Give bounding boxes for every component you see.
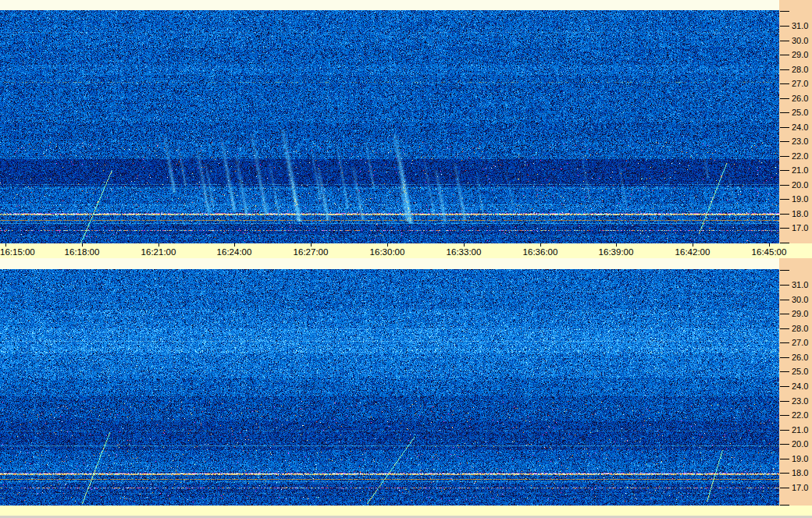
freq-tick-label: 25.0 <box>792 367 812 376</box>
freq-tick <box>780 285 789 286</box>
freq-tick-label: 28.0 <box>792 324 812 333</box>
freq-axis-edge-tick <box>780 270 789 271</box>
freq-tick-label: 26.0 <box>792 353 812 362</box>
bottom-time-axis-strip <box>0 506 812 516</box>
freq-tick <box>780 401 789 402</box>
time-tick-label: 16:45:00 <box>749 247 789 257</box>
freq-tick-label: 22.0 <box>792 410 812 420</box>
freq-tick <box>780 300 789 300</box>
freq-tick-label: 18.0 <box>792 209 812 218</box>
time-tick-label: 16:24:00 <box>214 247 255 257</box>
time-tick <box>387 243 388 247</box>
freq-tick-label: 23.0 <box>792 137 812 146</box>
freq-tick-label: 21.0 <box>792 425 812 435</box>
freq-tick <box>780 55 789 55</box>
freq-tick-label: 17.0 <box>792 223 812 232</box>
time-tick-label: 16:42:00 <box>672 247 713 257</box>
freq-tick <box>780 127 789 128</box>
time-tick <box>158 243 159 247</box>
freq-tick <box>780 170 789 171</box>
freq-tick-label: 18.0 <box>792 468 812 477</box>
freq-tick <box>780 488 789 488</box>
freq-tick-label: 29.0 <box>792 309 812 318</box>
freq-tick-label: 17.0 <box>792 483 812 492</box>
freq-tick <box>780 415 789 416</box>
freq-tick-label: 21.0 <box>792 165 812 175</box>
freq-tick-label: 23.0 <box>792 396 812 406</box>
freq-tick <box>780 26 789 27</box>
time-tick-label: 16:33:00 <box>443 247 484 257</box>
freq-tick-label: 22.0 <box>792 151 812 161</box>
panel2-title-bar: AJ4CO Observatory 03 Sep 2016 - DPS on T… <box>0 258 779 269</box>
time-tick <box>540 243 541 247</box>
time-tick-label: 16:30:00 <box>367 247 408 257</box>
freq-tick <box>780 357 789 358</box>
radio-sky-spectrograph-window: AJ4CO Observatory 03 Sep 2016 - DPS on T… <box>0 0 812 518</box>
freq-tick <box>780 459 789 459</box>
freq-tick <box>780 371 789 372</box>
freq-tick-label: 31.0 <box>792 21 812 30</box>
time-axis: 16:15:0016:18:0016:21:0016:24:0016:27:00… <box>0 243 812 258</box>
time-tick <box>234 243 235 247</box>
freq-tick <box>780 41 789 41</box>
freq-tick-label: 28.0 <box>792 65 812 74</box>
freq-tick-label: 30.0 <box>792 295 812 304</box>
freq-tick-label: 19.0 <box>792 194 812 204</box>
freq-tick-label: 24.0 <box>792 122 812 132</box>
freq-tick-label: 31.0 <box>792 280 812 289</box>
freq-tick <box>780 69 789 70</box>
freq-tick-label: 29.0 <box>792 50 812 59</box>
time-tick <box>464 243 465 247</box>
freq-tick <box>780 328 789 329</box>
time-tick <box>769 243 770 247</box>
time-tick-label: 16:21:00 <box>138 247 179 257</box>
time-tick <box>616 243 617 247</box>
freq-tick <box>780 141 789 142</box>
time-tick-label: 16:27:00 <box>290 247 331 257</box>
freq-tick <box>780 444 789 445</box>
freq-tick <box>780 386 789 387</box>
time-tick <box>82 243 83 247</box>
freq-tick <box>780 199 789 200</box>
freq-tick <box>780 185 789 186</box>
freq-tick-label: 24.0 <box>792 381 812 391</box>
freq-tick <box>780 430 789 431</box>
time-tick <box>5 243 6 247</box>
freq-tick <box>780 214 789 215</box>
freq-axis-rcp: 31.030.029.028.027.026.025.024.023.022.0… <box>779 0 812 243</box>
freq-tick-label: 27.0 <box>792 79 812 88</box>
freq-tick-label: 20.0 <box>792 439 812 449</box>
freq-tick-label: 25.0 <box>792 108 812 117</box>
freq-tick <box>780 473 789 474</box>
panel1-title-bar: AJ4CO Observatory 03 Sep 2016 - DPS on T… <box>0 0 779 10</box>
freq-tick <box>780 83 789 84</box>
time-tick <box>693 243 693 247</box>
freq-tick <box>780 314 789 314</box>
time-tick-label: 16:39:00 <box>596 247 636 257</box>
freq-axis-edge-tick <box>780 11 789 12</box>
time-tick-label: 16:15:00 <box>0 247 41 257</box>
time-tick <box>311 243 312 247</box>
spectrogram-lcp <box>0 269 779 506</box>
freq-tick <box>780 112 789 113</box>
freq-tick-label: 19.0 <box>792 454 812 463</box>
freq-tick-label: 20.0 <box>792 180 812 190</box>
freq-axis-lcp: 31.030.029.028.027.026.025.024.023.022.0… <box>779 258 812 506</box>
freq-tick-label: 30.0 <box>792 36 812 45</box>
freq-tick <box>780 156 789 157</box>
freq-tick-label: 26.0 <box>792 94 812 103</box>
freq-tick <box>780 98 789 99</box>
time-tick-label: 16:36:00 <box>520 247 561 257</box>
freq-tick-label: 27.0 <box>792 338 812 347</box>
time-tick-label: 16:18:00 <box>62 247 102 257</box>
freq-tick <box>780 342 789 343</box>
spectrogram-rcp <box>0 10 779 243</box>
freq-tick <box>780 228 789 229</box>
